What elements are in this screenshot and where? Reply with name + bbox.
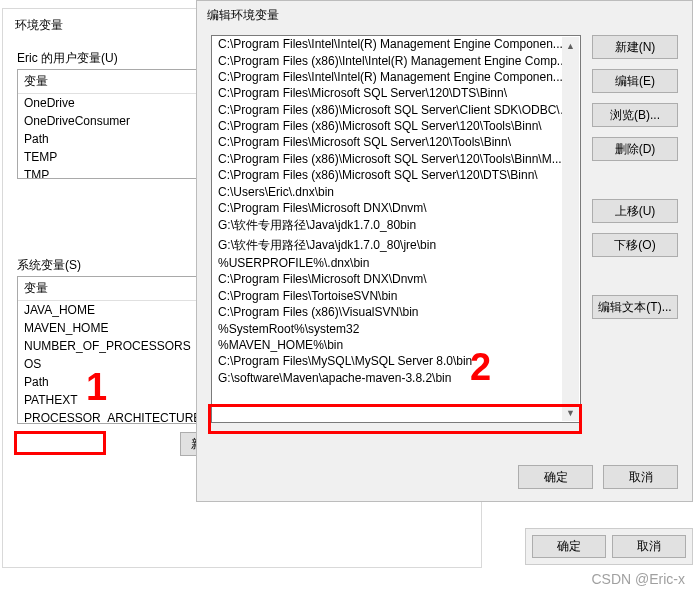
ok-button[interactable]: 确定 (518, 465, 593, 489)
edit-environment-variable-dialog: 编辑环境变量 C:\Program Files\Intel\Intel(R) M… (196, 0, 693, 502)
path-item[interactable]: G:\软件专用路径\Java\jdk1.7.0_80\jre\bin (212, 236, 580, 255)
path-item[interactable]: C:\Program Files (x86)\Microsoft SQL Ser… (212, 102, 580, 118)
path-item[interactable]: C:\Program Files (x86)\Microsoft SQL Ser… (212, 151, 580, 167)
path-list[interactable]: C:\Program Files\Intel\Intel(R) Manageme… (211, 35, 581, 423)
path-item[interactable]: C:\Program Files\TortoiseSVN\bin (212, 288, 580, 304)
path-item[interactable]: G:\software\Maven\apache-maven-3.8.2\bin (212, 370, 580, 386)
move-down-button[interactable]: 下移(O) (592, 233, 678, 257)
ok-button[interactable]: 确定 (532, 535, 606, 558)
edit-dialog-buttons: 新建(N) 编辑(E) 浏览(B)... 删除(D) 上移(U) 下移(O) 编… (592, 35, 678, 319)
path-item[interactable]: C:\Program Files (x86)\Microsoft SQL Ser… (212, 118, 580, 134)
path-item[interactable]: C:\Users\Eric\.dnx\bin (212, 183, 580, 199)
path-item[interactable]: C:\Program Files\Microsoft DNX\Dnvm\ (212, 271, 580, 287)
scroll-up-icon[interactable]: ▲ (562, 37, 579, 54)
path-item[interactable]: C:\Program Files\Microsoft SQL Server\12… (212, 85, 580, 101)
edit-button[interactable]: 编辑(E) (592, 69, 678, 93)
scroll-down-icon[interactable]: ▼ (562, 404, 579, 421)
path-item[interactable]: %MAVEN_HOME%\bin (212, 337, 580, 353)
edit-dialog-title: 编辑环境变量 (197, 1, 692, 34)
path-item[interactable]: C:\Program Files\Intel\Intel(R) Manageme… (212, 69, 580, 85)
path-item[interactable]: C:\Program Files\Intel\Intel(R) Manageme… (212, 36, 580, 52)
watermark: CSDN @Eric-x (591, 571, 685, 587)
delete-button[interactable]: 删除(D) (592, 137, 678, 161)
path-item[interactable]: C:\Program Files (x86)\Intel\Intel(R) Ma… (212, 52, 580, 68)
path-item[interactable]: %USERPROFILE%\.dnx\bin (212, 255, 580, 271)
path-item[interactable]: C:\Program Files (x86)\VisualSVN\bin (212, 304, 580, 320)
move-up-button[interactable]: 上移(U) (592, 199, 678, 223)
edit-text-button[interactable]: 编辑文本(T)... (592, 295, 678, 319)
new-button[interactable]: 新建(N) (592, 35, 678, 59)
path-item[interactable]: %SystemRoot%\system32 (212, 320, 580, 336)
path-item[interactable]: C:\Program Files\Microsoft DNX\Dnvm\ (212, 200, 580, 216)
partial-dialog: 确定 取消 (525, 528, 693, 565)
cancel-button[interactable]: 取消 (603, 465, 678, 489)
browse-button[interactable]: 浏览(B)... (592, 103, 678, 127)
path-item[interactable]: C:\Program Files\MySQL\MySQL Server 8.0\… (212, 353, 580, 369)
path-item[interactable]: C:\Program Files\Microsoft SQL Server\12… (212, 134, 580, 150)
scrollbar[interactable]: ▲ ▼ (562, 37, 579, 421)
cancel-button[interactable]: 取消 (612, 535, 686, 558)
path-item[interactable]: G:\软件专用路径\Java\jdk1.7.0_80bin (212, 216, 580, 235)
path-item[interactable]: C:\Program Files (x86)\Microsoft SQL Ser… (212, 167, 580, 183)
